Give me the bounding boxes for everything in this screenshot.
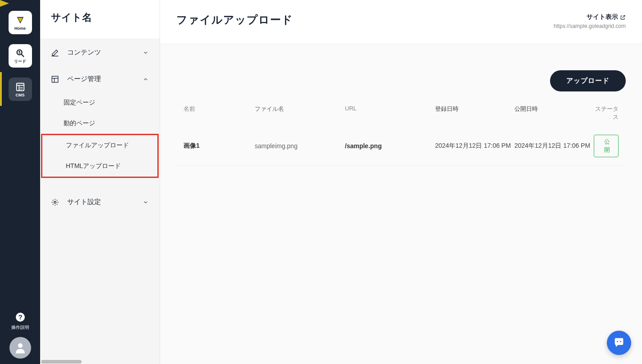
upload-button[interactable]: アップロード xyxy=(550,70,626,91)
site-view-label: サイト表示 xyxy=(587,13,618,21)
table-header: 名前 ファイル名 URL 登録日時 公開日時 ステータス xyxy=(176,100,626,127)
chat-icon xyxy=(613,337,625,349)
svg-point-15 xyxy=(54,201,56,203)
main-content: ファイルアップロード サイト表示 https://sample.goleadgr… xyxy=(160,0,642,364)
svg-point-16 xyxy=(617,341,618,342)
external-link-icon xyxy=(620,14,626,20)
rail-home-label: Home xyxy=(14,26,26,31)
edit-icon xyxy=(51,49,59,57)
chat-button[interactable] xyxy=(607,331,631,355)
col-filename: ファイル名 xyxy=(255,105,345,121)
svg-point-1 xyxy=(18,50,20,52)
nav-contents[interactable]: コンテンツ xyxy=(40,39,160,66)
col-status: ステータス xyxy=(594,105,619,121)
rail-lead-label: リード xyxy=(14,59,26,64)
nav-html-upload[interactable]: HTMLアップロード xyxy=(42,156,157,177)
lead-icon xyxy=(14,47,26,59)
col-name: 名前 xyxy=(183,105,255,121)
rail-cms-label: CMS xyxy=(16,93,25,97)
svg-text:?: ? xyxy=(18,313,22,321)
svg-rect-3 xyxy=(16,83,24,91)
col-url: URL xyxy=(345,105,435,121)
annotation-highlight: ファイルアップロード HTMLアップロード xyxy=(41,134,159,178)
nav-contents-label: コンテンツ xyxy=(67,48,101,57)
chevron-down-icon xyxy=(142,50,149,56)
sidebar-header: サイト名 xyxy=(40,0,160,39)
site-name: サイト名 xyxy=(51,11,149,24)
scrollbar-thumb[interactable] xyxy=(41,360,82,364)
site-link[interactable]: サイト表示 https://sample.goleadgrid.com xyxy=(554,13,626,29)
toolbar: アップロード xyxy=(176,70,626,91)
table-row[interactable]: 画像1 sampleimg.png /sample.png 2024年12月12… xyxy=(176,127,626,166)
rail-active-accent xyxy=(0,72,2,106)
nav-page-mgmt-label: ページ管理 xyxy=(67,75,101,83)
col-published: 公開日時 xyxy=(514,105,594,121)
svg-point-17 xyxy=(620,341,621,342)
layout-icon xyxy=(51,75,59,83)
main-header: ファイルアップロード サイト表示 https://sample.goleadgr… xyxy=(160,0,642,44)
sidebar: サイト名 コンテンツ ページ管理 固定ページ 動的ページ ファイルアップロード … xyxy=(40,0,160,364)
rail-bottom: ? 操作説明 xyxy=(9,312,31,364)
cell-status: 公開 xyxy=(594,135,619,157)
cell-name: 画像1 xyxy=(183,142,255,150)
nav-fixed-page[interactable]: 固定ページ xyxy=(40,92,160,113)
rail-help[interactable]: ? 操作説明 xyxy=(11,312,29,331)
col-created: 登録日時 xyxy=(435,105,514,121)
status-badge: 公開 xyxy=(594,135,619,157)
gear-icon xyxy=(51,198,59,206)
svg-line-2 xyxy=(21,54,23,56)
main-body: アップロード 名前 ファイル名 URL 登録日時 公開日時 ステータス 画像1 … xyxy=(160,44,642,364)
sidebar-scrollbar[interactable] xyxy=(41,359,159,364)
cms-icon xyxy=(14,82,26,93)
site-url: https://sample.goleadgrid.com xyxy=(554,23,626,29)
nav-page-mgmt[interactable]: ページ管理 xyxy=(40,66,160,92)
cell-published: 2024年12月12日 17:06 PM xyxy=(514,142,594,150)
svg-point-10 xyxy=(18,343,23,348)
file-table: 名前 ファイル名 URL 登録日時 公開日時 ステータス 画像1 samplei… xyxy=(176,100,626,166)
cell-filename: sampleimg.png xyxy=(255,142,345,150)
rail-cms[interactable]: CMS xyxy=(9,77,32,101)
nav-site-settings[interactable]: サイト設定 xyxy=(40,189,160,215)
cell-url: /sample.png xyxy=(345,142,435,150)
home-logo-icon xyxy=(14,15,26,26)
help-icon: ? xyxy=(15,312,26,323)
chevron-up-icon xyxy=(142,76,149,82)
avatar[interactable] xyxy=(9,337,31,359)
svg-rect-12 xyxy=(52,76,58,82)
icon-rail: Home リード CMS ? 操作説明 xyxy=(0,0,40,364)
user-icon xyxy=(14,341,27,355)
rail-lead[interactable]: リード xyxy=(9,44,32,68)
nav-site-settings-label: サイト設定 xyxy=(67,198,101,206)
nav-dynamic-page[interactable]: 動的ページ xyxy=(40,113,160,134)
rail-help-label: 操作説明 xyxy=(11,324,29,331)
chevron-down-icon xyxy=(142,199,149,205)
rail-home[interactable]: Home xyxy=(9,11,32,34)
page-title: ファイルアップロード xyxy=(176,13,293,27)
nav-file-upload[interactable]: ファイルアップロード xyxy=(42,135,157,156)
cell-created: 2024年12月12日 17:06 PM xyxy=(435,142,514,150)
